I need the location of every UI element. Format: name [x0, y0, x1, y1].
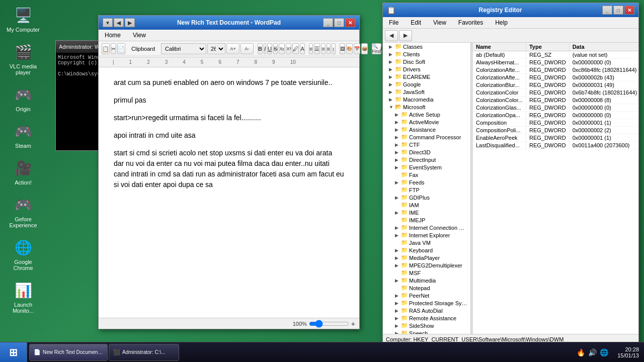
tree-item-ctf[interactable]: ▶📁CTF [383, 141, 470, 148]
italic-btn[interactable]: I [264, 43, 266, 54]
subscript-btn[interactable]: X₂ [279, 43, 285, 54]
insert-obj-btn[interactable]: 📦 [361, 43, 368, 54]
table-row[interactable]: ColorizationOpa... REG_DWORD 0x00000000 … [473, 112, 638, 119]
copy-btn[interactable]: 📄 [117, 43, 125, 54]
tree-item-ie[interactable]: ▶📁Internet Explorer [383, 231, 470, 239]
align-center-btn[interactable]: ☰ [314, 43, 320, 54]
desktop-icon-action[interactable]: 🎥 Action! [5, 158, 41, 186]
tree-item-mediaplayer[interactable]: ▶📁MediaPlayer [383, 254, 470, 261]
tree-item-sideshow[interactable]: ▶📁SideShow [383, 322, 470, 329]
taskbar-item-wordpad[interactable]: 📄 New Rich Text Document - W... [29, 344, 108, 361]
desktop-icon-vlc[interactable]: 🎬 VLC media player [5, 42, 41, 75]
zoom-plus-btn[interactable]: + [351, 320, 355, 328]
desktop-icon-geforce[interactable]: 🎮 Gefore Experience [5, 195, 41, 228]
underline-btn[interactable]: U [267, 43, 272, 54]
table-row[interactable]: ColorizationColor REG_DWORD 0x6b74b8fc (… [473, 89, 638, 97]
registry-menu-favorites[interactable]: Favorites [454, 18, 487, 27]
desktop-icon-mycomputer[interactable]: 🖥️ My Computer [5, 5, 41, 33]
tree-item-mpeg2[interactable]: ▶📁MPEG2Demultiplexer [383, 261, 470, 269]
table-row[interactable]: CompositionPoli... REG_DWORD 0x00000002 … [473, 127, 638, 134]
desktop-icon-chrome[interactable]: 🌐 Google Chrome [5, 237, 41, 271]
registry-menu-edit[interactable]: Edit [407, 18, 425, 27]
wordpad-maximize-btn[interactable]: □ [334, 18, 344, 27]
cut-btn[interactable]: ✂ [111, 43, 116, 54]
tree-item-speech[interactable]: ▶📁Speech [383, 329, 470, 334]
tree-item-peernet[interactable]: ▶📁PeerNet [383, 292, 470, 299]
tree-item-macromedia[interactable]: ▶📁Macromedia [383, 96, 470, 103]
wordpad-close-btn[interactable]: ✕ [345, 18, 355, 27]
tree-item-ftp[interactable]: 📁FTP [383, 186, 470, 194]
tree-item-ecareme[interactable]: ▶📁ECAREME [383, 73, 470, 80]
table-row[interactable]: ab (Default) REG_SZ (value not set) [473, 51, 638, 59]
tree-item-assistance[interactable]: ▶📁Assistance [383, 126, 470, 133]
shrink-font-btn[interactable]: A- [240, 43, 254, 54]
tree-item-gdiplus[interactable]: ▶📁GDIPlus [383, 194, 470, 201]
registry-values[interactable]: Name Type Data ab (Default) REG_SZ (valu… [473, 43, 638, 334]
bold-btn[interactable]: B [258, 43, 263, 54]
registry-menu-help[interactable]: Help [491, 18, 512, 27]
tree-item-discsoft[interactable]: ▶📁Disc Soft [383, 58, 470, 65]
registry-tree[interactable]: ▶📁Classes ▶📁Clients ▶📁Disc Soft ▶📁Driver… [383, 43, 471, 334]
table-row[interactable]: EnableAeroPeek REG_DWORD 0x00000001 (1) [473, 134, 638, 142]
font-size-select[interactable]: 26 [207, 43, 225, 54]
desktop-icon-origin[interactable]: 🎮 Origin [5, 84, 41, 112]
registry-maximize-btn[interactable]: □ [613, 6, 623, 15]
tree-item-activemovie[interactable]: ▶📁ActiveMovie [383, 118, 470, 126]
table-row[interactable]: Composition REG_DWORD 0x00000001 (1) [473, 119, 638, 127]
zoom-slider[interactable] [309, 320, 349, 328]
datetime-btn[interactable]: 📅 [354, 43, 360, 54]
tree-item-remoteassistance[interactable]: ▶📁Remote Assistance [383, 314, 470, 322]
taskbar-item-cmd[interactable]: ⬛ Administrator: C:\... [109, 344, 179, 361]
tree-item-multimedia[interactable]: ▶📁Multimedia [383, 277, 470, 284]
paste-btn[interactable]: 📋 [102, 43, 110, 54]
tree-item-rasautodial[interactable]: ▶📁RAS AutoDial [383, 307, 470, 314]
tree-item-msf[interactable]: 📁MSF [383, 269, 470, 277]
table-row[interactable]: ColorizationAfte... REG_DWORD 0xc86b48fc… [473, 66, 638, 74]
tree-item-google[interactable]: ▶📁Google [383, 80, 470, 88]
tree-item-icw[interactable]: ▶📁Internet Connection Wizard [383, 224, 470, 231]
tree-item-direct3d[interactable]: ▶📁Direct3D [383, 148, 470, 156]
wordpad-minimize-btn[interactable]: _ [323, 18, 333, 27]
registry-minimize-btn[interactable]: _ [602, 6, 612, 15]
find-btn[interactable]: 🔍 Find [372, 43, 382, 54]
registry-menu-file[interactable]: File [385, 18, 403, 27]
tree-item-directinput[interactable]: ▶📁DirectInput [383, 156, 470, 163]
paint-btn[interactable]: 🎨 [346, 43, 353, 54]
align-left-btn[interactable]: ≡ [309, 43, 313, 54]
wordpad-forward-btn[interactable]: ▶ [125, 18, 135, 27]
justify-btn[interactable]: ≡ [327, 43, 331, 54]
tree-item-classes[interactable]: ▶📁Classes [383, 43, 470, 50]
picture-btn[interactable]: 🖼 [340, 43, 345, 54]
desktop-icon-steam[interactable]: 🎮 Steam [5, 121, 41, 149]
registry-close-btn[interactable]: ✕ [624, 6, 634, 15]
menu-view[interactable]: View [129, 31, 150, 40]
tree-item-activesetup[interactable]: ▶📁Active Setup [383, 111, 470, 118]
line-spacing-btn[interactable]: ↕ [332, 43, 336, 54]
font-color-btn[interactable]: A [300, 43, 304, 54]
tree-item-clients[interactable]: ▶📁Clients [383, 50, 470, 58]
tree-item-imejp[interactable]: 📁IMEJP [383, 216, 470, 224]
menu-home[interactable]: Home [101, 31, 125, 40]
highlight-btn[interactable]: 🖊 [292, 43, 299, 54]
table-row[interactable]: ColorizationGlas... REG_DWORD 0x00000000… [473, 104, 638, 112]
desktop-icon-launch[interactable]: 📊 Launch Monito... [5, 280, 41, 314]
registry-forward-btn[interactable]: ▶ [399, 30, 412, 41]
table-row[interactable]: ColorizationColor... REG_DWORD 0x0000000… [473, 97, 638, 104]
grow-font-btn[interactable]: A+ [226, 43, 239, 54]
tree-item-drivers[interactable]: ▶📁Drivers [383, 65, 470, 73]
tree-item-feeds[interactable]: ▶📁Feeds [383, 178, 470, 186]
wordpad-menu-btn[interactable]: ▼ [103, 18, 113, 27]
table-row[interactable]: AlwaysHibernat... REG_DWORD 0x00000000 (… [473, 59, 638, 66]
tree-item-keyboard[interactable]: ▶📁Keyboard [383, 246, 470, 254]
table-row[interactable]: ColorizationAfte... REG_DWORD 0x0000002b… [473, 74, 638, 81]
tree-item-iam[interactable]: 📁IAM [383, 201, 470, 209]
strikethrough-btn[interactable]: S [273, 43, 278, 54]
tree-item-pss[interactable]: ▶📁Protected Storage System Pr... [383, 299, 470, 307]
tree-item-ime[interactable]: ▶📁IME [383, 209, 470, 216]
tree-item-fax[interactable]: 📁Fax [383, 171, 470, 178]
tree-item-commandprocessor[interactable]: ▶📁Command Processor [383, 133, 470, 141]
tree-item-notepad[interactable]: 📁Notepad [383, 284, 470, 292]
registry-back-btn[interactable]: ◀ [385, 30, 398, 41]
start-button[interactable]: ⊞ [0, 342, 27, 363]
table-row[interactable]: LastDisqualified... REG_DWORD 0x0011a400… [473, 142, 638, 149]
